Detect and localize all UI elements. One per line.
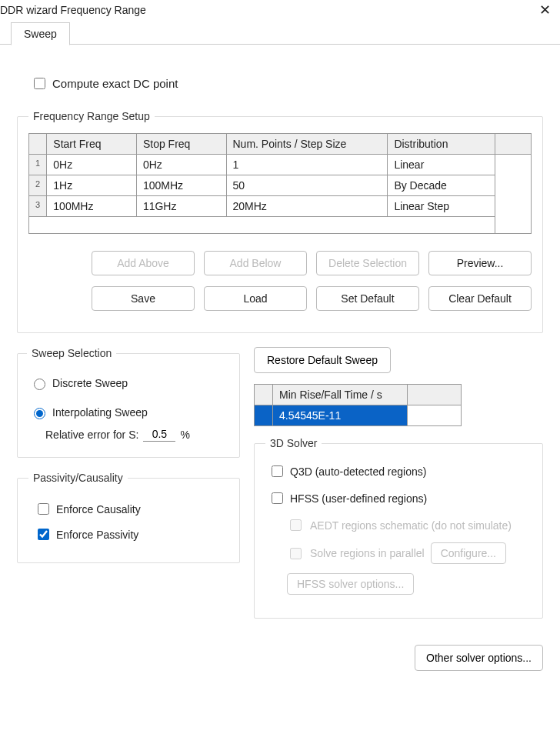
col-extra — [495, 134, 532, 155]
sweep-selection-legend: Sweep Selection — [27, 347, 116, 359]
cell-dist[interactable]: Linear Step — [388, 196, 495, 217]
rise-table-extra-header — [408, 385, 462, 405]
clear-default-button[interactable]: Clear Default — [428, 286, 532, 311]
passivity-causality-group: Passivity/Causality Enforce Causality En… — [17, 472, 240, 563]
save-button[interactable]: Save — [92, 286, 195, 311]
enforce-passivity-label: Enforce Passivity — [56, 529, 138, 541]
enforce-passivity-checkbox[interactable] — [38, 529, 49, 540]
restore-default-sweep-button[interactable]: Restore Default Sweep — [254, 347, 391, 373]
cell-num[interactable]: 20MHz — [226, 196, 388, 217]
solve-parallel-label: Solve regions in parallel — [310, 547, 425, 559]
interpolating-sweep-label: Interpolating Sweep — [52, 406, 148, 419]
q3d-checkbox[interactable] — [272, 465, 283, 477]
aedt-regions-label: AEDT regions schematic (do not simulate) — [310, 519, 512, 532]
rise-table-header: Min Rise/Fall Time / s — [273, 385, 408, 405]
table-row[interactable]: 4.54545E-11 — [255, 405, 462, 426]
table-filler-row — [29, 217, 532, 234]
hfss-label: HFSS (user-defined regions) — [290, 492, 427, 505]
frequency-table[interactable]: Start Freq Stop Freq Num. Points / Step … — [28, 133, 532, 234]
table-corner — [29, 134, 47, 155]
cell-num[interactable]: 50 — [226, 175, 388, 196]
3d-solver-group: 3D Solver Q3D (auto-detected regions) HF… — [254, 437, 543, 619]
enforce-causality-checkbox[interactable] — [38, 503, 49, 515]
row-number: 1 — [29, 155, 47, 175]
enforce-causality-label: Enforce Causality — [56, 503, 141, 515]
set-default-button[interactable]: Set Default — [316, 286, 419, 311]
col-start-freq: Start Freq — [47, 134, 137, 155]
discrete-sweep-label: Discrete Sweep — [52, 377, 128, 389]
aedt-regions-checkbox — [290, 519, 302, 531]
passivity-causality-legend: Passivity/Causality — [28, 472, 128, 484]
compute-dc-label: Compute exact DC point — [52, 77, 178, 90]
other-solver-options-button[interactable]: Other solver options... — [415, 645, 543, 671]
cell-start[interactable]: 0Hz — [47, 155, 137, 175]
cell-stop[interactable]: 100MHz — [136, 175, 226, 196]
table-row[interactable]: 3 100MHz 11GHz 20MHz Linear Step — [29, 196, 532, 217]
cell-start[interactable]: 1Hz — [47, 175, 137, 196]
solve-parallel-checkbox — [290, 548, 302, 559]
relative-error-label: Relative error for S: — [45, 429, 138, 441]
cell-dist[interactable]: By Decade — [388, 175, 495, 196]
col-distribution: Distribution — [388, 134, 495, 155]
sweep-selection-group: Sweep Selection Discrete Sweep Interpola… — [17, 347, 240, 458]
hfss-solver-options-button: HFSS solver options... — [287, 573, 414, 595]
table-row[interactable]: 1 0Hz 0Hz 1 Linear — [29, 155, 532, 175]
col-stop-freq: Stop Freq — [136, 134, 226, 155]
load-button[interactable]: Load — [204, 286, 307, 311]
cell-start[interactable]: 100MHz — [47, 196, 137, 217]
configure-button: Configure... — [431, 542, 506, 564]
row-number: 2 — [29, 175, 47, 196]
table-row[interactable]: 2 1Hz 100MHz 50 By Decade — [29, 175, 532, 196]
add-below-button[interactable]: Add Below — [204, 251, 307, 275]
col-num-points: Num. Points / Step Size — [226, 134, 388, 155]
cell-stop[interactable]: 11GHz — [136, 196, 226, 217]
add-above-button[interactable]: Add Above — [92, 251, 195, 275]
tab-sweep[interactable]: Sweep — [11, 22, 70, 45]
cell-extra — [495, 155, 532, 234]
cell-num[interactable]: 1 — [226, 155, 388, 175]
rise-fall-table[interactable]: Min Rise/Fall Time / s 4.54545E-11 — [254, 384, 462, 426]
interpolating-sweep-radio[interactable] — [34, 408, 45, 419]
window-title: DDR wizard Frequency Range — [0, 4, 146, 16]
rise-table-rownum — [255, 405, 273, 426]
cell-dist[interactable]: Linear — [388, 155, 495, 175]
discrete-sweep-radio[interactable] — [34, 379, 45, 390]
hfss-checkbox[interactable] — [272, 492, 283, 504]
preview-button[interactable]: Preview... — [428, 251, 532, 275]
rise-table-value[interactable]: 4.54545E-11 — [273, 405, 408, 426]
compute-dc-checkbox[interactable] — [34, 78, 45, 89]
3d-solver-legend: 3D Solver — [265, 437, 322, 449]
relative-error-unit: % — [180, 429, 189, 441]
relative-error-input[interactable] — [143, 427, 175, 442]
rise-table-extra-cell — [408, 405, 462, 426]
delete-selection-button[interactable]: Delete Selection — [316, 251, 419, 275]
frequency-range-setup-group: Frequency Range Setup Start Freq Stop Fr… — [17, 110, 543, 333]
frequency-range-setup-legend: Frequency Range Setup — [28, 110, 155, 122]
rise-table-corner — [255, 385, 273, 405]
row-number: 3 — [29, 196, 47, 217]
q3d-label: Q3D (auto-detected regions) — [290, 465, 426, 478]
close-icon[interactable]: ✕ — [535, 3, 555, 17]
cell-stop[interactable]: 0Hz — [136, 155, 226, 175]
